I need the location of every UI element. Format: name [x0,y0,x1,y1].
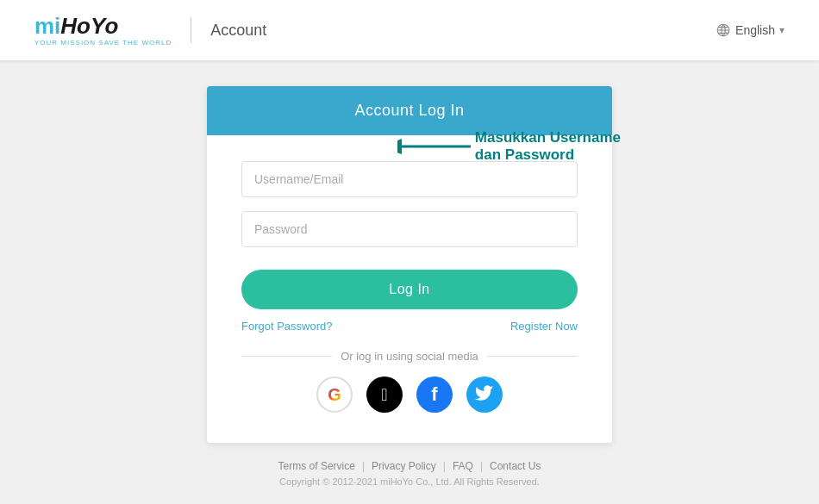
logo-hoyo: HoYo [60,13,118,39]
password-group [241,211,578,247]
annotation: Masukkan Username dan Password [397,129,621,164]
footer-links: Terms of Service | Privacy Policy | FAQ … [0,460,819,472]
apple-icon:  [381,385,387,405]
card-wrapper: Account Log In Log In Forgot Password? R… [207,86,612,443]
forgot-password-link[interactable]: Forgot Password? [241,320,333,333]
facebook-login-button[interactable]: f [416,376,453,413]
social-divider-text: Or log in using social media [341,350,478,363]
username-input[interactable] [241,161,578,197]
annotation-line1: Masukkan Username [475,129,621,146]
card-body: Log In Forgot Password? Register Now Or … [207,135,612,443]
footer-faq[interactable]: FAQ [453,460,473,472]
links-row: Forgot Password? Register Now [241,320,578,333]
divider-line-right [487,356,578,357]
logo-text: miHoYo [34,15,172,37]
footer-sep-3: | [480,460,483,472]
card-header: Account Log In [207,86,612,135]
facebook-icon: f [431,383,437,406]
main-content: Account Log In Log In Forgot Password? R… [0,60,819,443]
twitter-icon [475,385,494,404]
password-input[interactable] [241,211,578,247]
logo-account: Account [210,22,266,40]
logo-divider [191,17,191,43]
footer-copyright: Copyright © 2012-2021 miHoYo Co., Ltd. A… [0,476,819,487]
header: miHoYo YOUR MISSION SAVE THE WORLD Accou… [0,0,819,60]
logo-area: miHoYo YOUR MISSION SAVE THE WORLD Accou… [34,15,266,47]
annotation-line2: dan Password [475,146,621,164]
annotation-arrow [397,134,475,159]
language-selector[interactable]: English ▾ [716,22,785,38]
language-label: English [735,23,775,37]
footer-contact[interactable]: Contact Us [490,460,541,472]
social-icons: G  f [241,376,578,413]
apple-login-button[interactable]:  [366,376,403,413]
footer-privacy[interactable]: Privacy Policy [372,460,436,472]
globe-icon [716,22,731,38]
chevron-down-icon: ▾ [779,24,785,36]
card-title: Account Log In [354,102,464,119]
logo: miHoYo YOUR MISSION SAVE THE WORLD [34,15,172,47]
divider-line-left [241,356,332,357]
register-now-link[interactable]: Register Now [510,320,578,333]
logo-mi: mi [34,13,60,39]
username-group [241,161,578,197]
google-login-button[interactable]: G [316,376,353,413]
login-button[interactable]: Log In [241,270,578,309]
footer-sep-2: | [443,460,446,472]
footer-terms[interactable]: Terms of Service [278,460,355,472]
footer-sep-1: | [362,460,365,472]
annotation-text: Masukkan Username dan Password [475,129,621,164]
google-icon: G [328,385,341,405]
footer: Terms of Service | Privacy Policy | FAQ … [0,460,819,487]
logo-tagline: YOUR MISSION SAVE THE WORLD [34,39,172,47]
social-divider: Or log in using social media [241,350,578,363]
twitter-login-button[interactable] [466,376,503,413]
